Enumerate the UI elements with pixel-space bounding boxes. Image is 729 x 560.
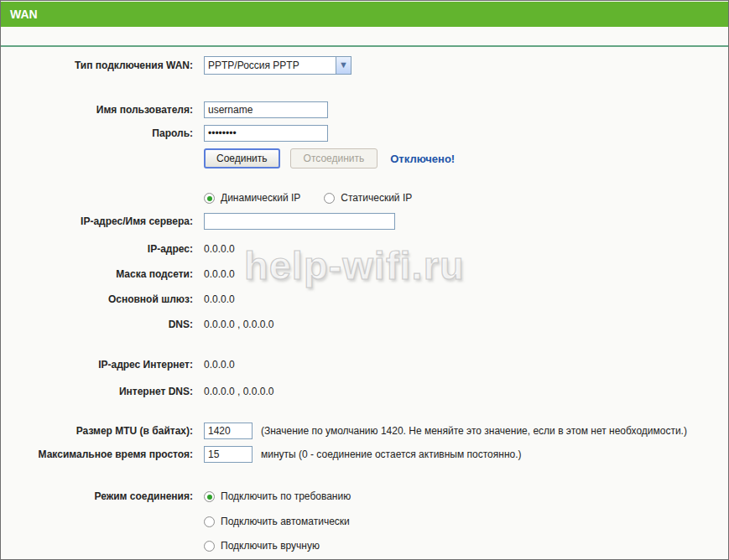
ip-row: IP-адрес: 0.0.0.0: [1, 241, 728, 257]
mtu-input[interactable]: [204, 423, 253, 439]
mtu-label: Размер MTU (в байтах):: [1, 425, 204, 437]
idle-time-input[interactable]: [204, 446, 253, 463]
server-label: IP-адрес/Имя сервера:: [1, 215, 204, 227]
header-rule: [1, 45, 728, 47]
connection-buttons-row: Соединить Отсоединить Отключено!: [1, 148, 728, 169]
wan-type-row: Тип подключения WAN: PPTP/Россия PPTP ▼: [1, 55, 728, 75]
disconnect-button[interactable]: Отсоединить: [290, 148, 378, 169]
radio-selected-icon: [204, 193, 215, 204]
mtu-note: (Значение по умолчанию 1420. Не меняйте …: [261, 425, 687, 437]
dns-row: DNS: 0.0.0.0 , 0.0.0.0: [1, 316, 728, 333]
mask-value: 0.0.0.0: [204, 268, 235, 280]
internet-ip-row: IP-адрес Интернет: 0.0.0.0: [1, 356, 728, 373]
password-row: Пароль:: [1, 124, 728, 143]
static-ip-label: Статический IP: [341, 192, 412, 204]
wan-type-selected-value: PPTP/Россия PPTP: [205, 60, 299, 71]
radio-unselected-icon: [204, 541, 215, 552]
dns-value: 0.0.0.0 , 0.0.0.0: [204, 319, 273, 330]
mask-row: Маска подсети: 0.0.0.0: [1, 266, 728, 283]
wan-settings-page: WAN Тип подключения WAN: PPTP/Россия PPT…: [0, 0, 729, 560]
radio-static-ip[interactable]: Статический IP: [324, 192, 412, 204]
password-label: Пароль:: [1, 127, 204, 139]
wan-type-label: Тип подключения WAN:: [1, 60, 204, 71]
gateway-label: Основной шлюз:: [1, 293, 204, 305]
wan-type-select[interactable]: PPTP/Россия PPTP ▼: [204, 56, 351, 75]
internet-ip-value: 0.0.0.0: [204, 359, 235, 371]
idle-time-row: Максимальное время простоя: минуты (0 - …: [1, 445, 728, 464]
internet-dns-value: 0.0.0.0 , 0.0.0.0: [204, 386, 273, 397]
radio-connect-automatically[interactable]: Подключить автоматически: [204, 516, 350, 527]
connection-mode-label: Режим соединения:: [1, 490, 204, 502]
mask-label: Маска подсети:: [1, 268, 204, 280]
header-spacer: [1, 27, 728, 45]
username-label: Имя пользователя:: [1, 104, 204, 116]
internet-dns-row: Интернет DNS: 0.0.0.0 , 0.0.0.0: [1, 383, 728, 400]
connection-mode-row: Режим соединения: Подключить по требован…: [1, 489, 728, 504]
page-title: WAN: [1, 2, 728, 27]
ip-label: IP-адрес:: [1, 243, 204, 255]
radio-selected-icon: [204, 491, 215, 502]
radio-unselected-icon: [324, 193, 335, 204]
username-row: Имя пользователя:: [1, 101, 728, 119]
connection-status: Отключено!: [390, 153, 455, 165]
connect-automatically-label: Подключить автоматически: [221, 516, 350, 527]
mtu-row: Размер MTU (в байтах): (Значение по умол…: [1, 422, 728, 440]
internet-ip-label: IP-адрес Интернет:: [1, 359, 204, 371]
connect-manually-label: Подключить вручную: [221, 540, 320, 552]
address-mode-row: Динамический IP Статический IP: [1, 190, 728, 205]
internet-dns-label: Интернет DNS:: [1, 386, 204, 397]
radio-connect-on-demand[interactable]: Подключить по требованию: [204, 490, 351, 502]
server-row: IP-адрес/Имя сервера:: [1, 212, 728, 231]
username-input[interactable]: [204, 101, 328, 118]
idle-time-label: Максимальное время простоя:: [1, 449, 204, 460]
dynamic-ip-label: Динамический IP: [221, 192, 300, 204]
gateway-value: 0.0.0.0: [204, 293, 235, 305]
ip-value: 0.0.0.0: [204, 243, 235, 255]
radio-connect-manually[interactable]: Подключить вручную: [204, 540, 320, 552]
radio-unselected-icon: [204, 516, 215, 527]
dns-label: DNS:: [1, 319, 204, 330]
connection-mode-row-3: Подключить вручную: [1, 538, 728, 553]
chevron-down-icon[interactable]: ▼: [336, 57, 351, 74]
radio-dynamic-ip[interactable]: Динамический IP: [204, 192, 300, 204]
password-input[interactable]: [204, 125, 328, 142]
connect-button[interactable]: Соединить: [204, 148, 280, 169]
connection-mode-row-2: Подключить автоматически: [1, 514, 728, 529]
wan-form: Тип подключения WAN: PPTP/Россия PPTP ▼ …: [1, 55, 728, 553]
idle-time-note: минуты (0 - соединение остается активным…: [261, 449, 522, 460]
gateway-row: Основной шлюз: 0.0.0.0: [1, 291, 728, 308]
connect-on-demand-label: Подключить по требованию: [221, 490, 351, 502]
server-input[interactable]: [204, 213, 395, 230]
